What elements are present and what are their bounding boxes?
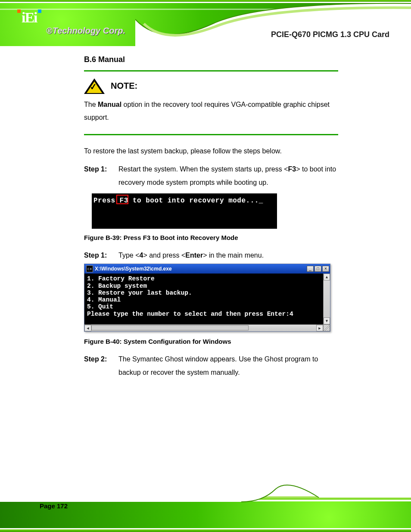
- logo-dot-orange: [17, 9, 21, 13]
- vertical-scrollbar[interactable]: ▲ ▼: [323, 274, 330, 324]
- minimize-button[interactable]: _: [307, 266, 314, 272]
- caution-check-icon: ✓: [84, 78, 105, 94]
- product-name: PCIE-Q670 PICMG 1.3 CPU Card: [271, 30, 389, 39]
- screenshot-boot-prompt: Press F3 to boot into recovery mode..._: [92, 193, 277, 229]
- scroll-down-icon[interactable]: ▼: [324, 317, 330, 324]
- hscroll-track[interactable]: [91, 325, 316, 331]
- maximize-button[interactable]: □: [314, 266, 321, 272]
- cmd-output: 1. Factory Restore 2. Backup system 3. R…: [84, 274, 323, 324]
- screenshot-cmd-window: cx X:\Windows\System32\cmd.exe _ □ × 1. …: [84, 264, 330, 332]
- brand-logo: iEi: [17, 9, 41, 26]
- step-text: Restart the system. When the system star…: [118, 163, 338, 189]
- resize-grip[interactable]: [323, 324, 330, 331]
- step-3: Step 2: The Symantec Ghost window appear…: [84, 353, 338, 379]
- scroll-right-icon[interactable]: ►: [316, 325, 323, 331]
- note-body: The Manual option in the recovery tool r…: [84, 98, 338, 124]
- figure-caption-39: Figure B-39: Press F3 to Boot into Recov…: [84, 234, 338, 241]
- scroll-up-icon[interactable]: ▲: [324, 274, 330, 280]
- content-area: B.6 Manual ✓ NOTE: The Manual option in …: [84, 52, 338, 381]
- window-title: X:\Windows\System32\cmd.exe: [95, 266, 307, 272]
- step-text: The Symantec Ghost window appears. Use t…: [118, 353, 338, 379]
- note-header: ✓ NOTE:: [84, 78, 338, 94]
- logo-dot-blue: [38, 9, 41, 13]
- page-root: iEi ®Technology Corp. PCIE-Q670 PICMG 1.…: [0, 0, 411, 532]
- note-label: NOTE:: [111, 81, 137, 91]
- figure-caption-40: Figure B-40: System Configuration for Wi…: [84, 338, 338, 345]
- header-swoop: [135, 0, 411, 48]
- close-button[interactable]: ×: [322, 266, 329, 272]
- cmd-body-wrap: 1. Factory Restore 2. Backup system 3. R…: [84, 274, 330, 324]
- step-label: Step 1:: [84, 163, 114, 189]
- step-label: Step 2:: [84, 353, 114, 379]
- brand-tagline: ®Technology Corp.: [46, 26, 125, 36]
- cmd-icon: cx: [86, 265, 93, 272]
- section-title: B.6 Manual: [84, 55, 338, 64]
- highlight-f3-key: [116, 195, 128, 204]
- step-2: Step 1: Type <4> and press <Enter> in th…: [84, 249, 338, 262]
- window-titlebar: cx X:\Windows\System32\cmd.exe _ □ ×: [84, 264, 330, 274]
- step-label: Step 1:: [84, 249, 114, 262]
- registered-mark: ®: [46, 26, 53, 35]
- intro-paragraph: To restore the last system backup, pleas…: [84, 145, 338, 158]
- page-number: Page 172: [40, 502, 68, 510]
- logo-text: iEi: [22, 9, 37, 25]
- note-box: ✓ NOTE: The Manual option in the recover…: [84, 70, 338, 135]
- step-text: Type <4> and press <Enter> in the main m…: [118, 249, 338, 262]
- hscroll-thumb[interactable]: [91, 325, 249, 330]
- horizontal-scrollbar[interactable]: ◄ ►: [84, 324, 323, 331]
- scroll-left-icon[interactable]: ◄: [84, 325, 91, 331]
- step-1: Step 1: Restart the system. When the sys…: [84, 163, 338, 189]
- hscroll-row: ◄ ►: [84, 324, 330, 331]
